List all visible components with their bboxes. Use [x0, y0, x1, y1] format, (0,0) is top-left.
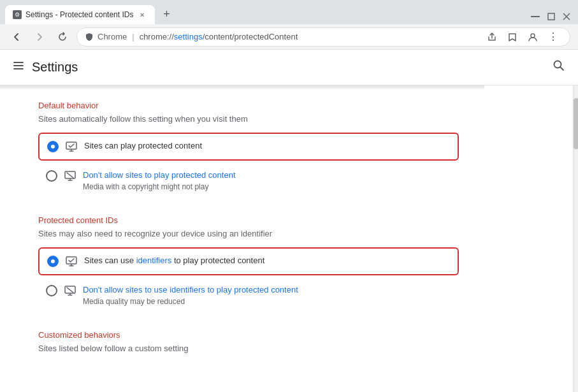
customized-behaviors-section: Customized behaviors Sites listed below …: [38, 330, 459, 353]
play-protected-radio[interactable]: [47, 141, 59, 152]
url-separator: |: [132, 32, 134, 41]
share-button[interactable]: [483, 28, 501, 46]
search-button[interactable]: [553, 59, 565, 75]
no-play-protected-text: Don't allow sites to play protected cont…: [83, 170, 451, 191]
title-bar: ⚙ Settings - Protected content IDs ✕ +: [0, 0, 578, 24]
use-identifiers-label-start: Sites can use: [84, 256, 136, 265]
play-protected-text: Sites can play protected content: [84, 140, 450, 152]
tab-icon: ⚙: [13, 10, 22, 19]
svg-point-4: [531, 34, 535, 38]
settings-app: Settings Default behavior Sites automati…: [0, 50, 578, 392]
monitor-blocked-icon-2: [64, 284, 76, 297]
refresh-button[interactable]: [54, 28, 71, 46]
use-identifiers-highlight: identifiers: [136, 256, 172, 265]
use-identifiers-radio[interactable]: [47, 256, 59, 267]
default-behavior-title: Default behavior: [38, 101, 459, 110]
default-behavior-section: Default behavior Sites automatically fol…: [38, 101, 459, 198]
use-identifiers-option[interactable]: Sites can use identifiers to play protec…: [38, 247, 459, 275]
tab-title: Settings - Protected content IDs: [25, 10, 133, 19]
browser-frame: ⚙ Settings - Protected content IDs ✕ +: [0, 0, 578, 392]
security-icon: [85, 33, 94, 41]
svg-rect-10: [66, 142, 76, 149]
monitor-checked-icon-2: [65, 255, 78, 268]
svg-rect-0: [531, 16, 540, 17]
customized-behaviors-subtitle: Sites listed below follow a custom setti…: [38, 344, 459, 353]
close-icon[interactable]: [563, 13, 570, 20]
svg-rect-17: [66, 257, 76, 264]
no-play-protected-radio[interactable]: [46, 170, 57, 182]
no-play-protected-sublabel: Media with a copyright might not play: [83, 182, 451, 191]
scrollbar-track[interactable]: [573, 85, 578, 392]
play-protected-option[interactable]: Sites can play protected content: [38, 133, 459, 161]
settings-header: Settings: [0, 50, 578, 85]
no-play-protected-label: Don't allow sites to play protected cont…: [83, 170, 451, 181]
no-identifiers-label: Don't allow sites to use identifiers to …: [83, 284, 451, 296]
use-identifiers-label: Sites can use identifiers to play protec…: [84, 255, 450, 266]
url-text: chrome://settings/content/protectedConte…: [140, 32, 298, 41]
svg-line-16: [67, 173, 73, 178]
customized-behaviors-title: Customized behaviors: [38, 330, 459, 340]
no-identifiers-option[interactable]: Don't allow sites to use identifiers to …: [38, 278, 459, 312]
new-tab-button[interactable]: +: [157, 5, 175, 23]
bookmark-button[interactable]: [503, 28, 521, 46]
use-identifiers-text: Sites can use identifiers to play protec…: [84, 255, 450, 266]
no-identifiers-radio[interactable]: [46, 285, 57, 296]
content-area: Default behavior Sites automatically fol…: [0, 85, 573, 392]
monitor-blocked-icon: [64, 170, 76, 182]
monitor-checked-icon: [65, 140, 78, 153]
tab-close-button[interactable]: ✕: [137, 10, 147, 20]
svg-rect-1: [548, 13, 554, 20]
default-behavior-subtitle: Sites automatically follow this setting …: [38, 114, 459, 124]
forward-button[interactable]: [31, 28, 48, 46]
menu-icon[interactable]: [13, 60, 24, 75]
url-prefix: Chrome: [98, 32, 127, 41]
more-options-button[interactable]: ⋮: [544, 28, 562, 46]
svg-line-9: [560, 67, 563, 70]
url-bar[interactable]: Chrome | chrome://settings/content/prote…: [76, 27, 570, 47]
back-button[interactable]: [8, 28, 25, 46]
url-actions: ⋮: [483, 28, 562, 46]
settings-title: Settings: [32, 60, 78, 75]
content-inner: Default behavior Sites automatically fol…: [0, 85, 484, 375]
scrollbar-thumb[interactable]: [574, 98, 578, 149]
no-play-protected-option[interactable]: Don't allow sites to play protected cont…: [38, 163, 459, 198]
maximize-icon[interactable]: [547, 13, 555, 20]
play-protected-label: Sites can play protected content: [84, 140, 450, 152]
active-tab[interactable]: ⚙ Settings - Protected content IDs ✕: [5, 5, 155, 24]
profile-icon-browser[interactable]: [524, 28, 542, 46]
window-controls: [531, 13, 573, 20]
minimize-icon[interactable]: [531, 16, 540, 17]
protected-content-ids-title: Protected content IDs: [38, 215, 459, 225]
protected-content-ids-section: Protected content IDs Sites may also nee…: [38, 215, 459, 312]
address-bar: Chrome | chrome://settings/content/prote…: [0, 24, 578, 50]
no-identifiers-text: Don't allow sites to use identifiers to …: [83, 284, 451, 306]
use-identifiers-label-end: to play protected content: [171, 256, 264, 265]
svg-line-23: [67, 287, 73, 293]
no-identifiers-sublabel: Media quality may be reduced: [83, 297, 451, 306]
protected-content-ids-subtitle: Sites may also need to recognize your de…: [38, 229, 459, 238]
